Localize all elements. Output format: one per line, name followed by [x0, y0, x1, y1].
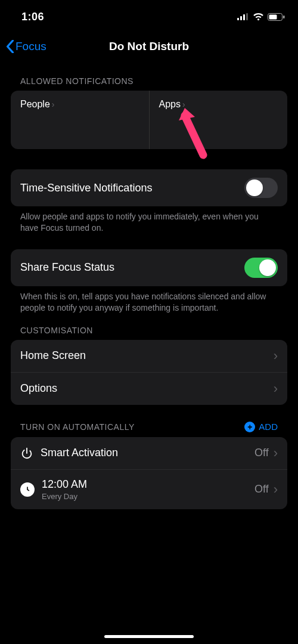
home-screen-label: Home Screen [20, 349, 86, 362]
chevron-right-icon: › [52, 100, 55, 109]
plus-icon: + [244, 422, 255, 432]
options-row[interactable]: Options › [11, 372, 287, 405]
status-time: 1:06 [21, 11, 44, 23]
auto-card: Smart Activation Off › 12:00 AM Every Da… [11, 437, 287, 509]
back-button[interactable]: Focus [0, 40, 46, 53]
status-bar: 1:06 [0, 0, 298, 26]
share-status-card: Share Focus Status [11, 249, 287, 286]
share-status-desc: When this is on, tell apps you have noti… [0, 286, 298, 314]
time-sensitive-desc: Allow people and apps to notify you imme… [0, 206, 298, 234]
svg-rect-2 [243, 14, 245, 20]
back-label: Focus [15, 40, 46, 53]
add-schedule-button[interactable]: + ADD [244, 422, 278, 432]
smart-activation-title: Smart Activation [41, 447, 118, 459]
time-sensitive-card: Time-Sensitive Notifications [11, 169, 287, 206]
smart-activation-status: Off [254, 447, 269, 459]
schedule-repeat: Every Day [42, 492, 87, 501]
home-indicator[interactable] [104, 635, 194, 638]
chevron-right-icon: › [274, 482, 278, 497]
share-status-title: Share Focus Status [20, 261, 114, 274]
svg-rect-0 [237, 18, 239, 20]
smart-activation-row[interactable]: Smart Activation Off › [11, 437, 287, 469]
svg-rect-3 [246, 13, 248, 20]
allowed-apps[interactable]: Apps › [149, 91, 288, 149]
status-icons [237, 13, 285, 21]
schedule-status: Off [254, 483, 269, 496]
allowed-apps-label: Apps [159, 99, 181, 110]
cellular-icon [237, 13, 249, 20]
chevron-right-icon: › [274, 445, 278, 461]
time-sensitive-row[interactable]: Time-Sensitive Notifications [11, 169, 287, 206]
chevron-right-icon: › [274, 381, 278, 397]
time-sensitive-title: Time-Sensitive Notifications [20, 182, 152, 194]
section-header-customisation: CUSTOMISATION [20, 326, 93, 335]
options-label: Options [20, 382, 57, 395]
add-label: ADD [259, 422, 278, 432]
schedule-time: 12:00 AM [42, 478, 87, 491]
schedule-row[interactable]: 12:00 AM Every Day Off › [11, 469, 287, 509]
home-screen-row[interactable]: Home Screen › [11, 340, 287, 372]
share-status-row[interactable]: Share Focus Status [11, 249, 287, 286]
power-icon [20, 447, 33, 460]
time-sensitive-toggle[interactable] [244, 178, 278, 198]
chevron-right-icon: › [182, 100, 185, 109]
section-header-auto: TURN ON AUTOMATICALLY [20, 422, 135, 432]
wifi-icon [253, 13, 264, 21]
svg-rect-5 [269, 14, 277, 19]
chevron-left-icon [6, 40, 14, 53]
chevron-right-icon: › [274, 348, 278, 364]
svg-rect-6 [283, 16, 285, 18]
clock-icon [20, 482, 35, 497]
nav-bar: Focus Do Not Disturb [0, 31, 298, 62]
allowed-card: People › Apps › [11, 91, 287, 149]
svg-rect-1 [240, 16, 242, 20]
battery-icon [268, 13, 285, 21]
allowed-people-label: People [20, 99, 50, 110]
section-header-allowed: ALLOWED NOTIFICATIONS [20, 76, 134, 86]
share-status-toggle[interactable] [244, 258, 278, 278]
allowed-people[interactable]: People › [11, 91, 149, 149]
customisation-card: Home Screen › Options › [11, 340, 287, 405]
